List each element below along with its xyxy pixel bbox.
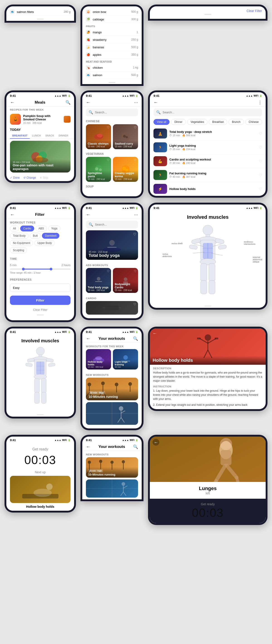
back-button[interactable]: ← <box>10 212 14 217</box>
card-name: Classic shrimps <box>88 142 109 145</box>
workout-list-item[interactable]: 🏃 Light yoga training ⏱ 25 min 🔥 234 kca… <box>150 140 266 154</box>
filter-button[interactable]: Filter <box>10 296 70 305</box>
back-button[interactable]: ← <box>86 212 90 217</box>
hollow-body-week-card[interactable]: Hollow body holds 15 min · 995 kcal <box>86 349 111 370</box>
favorite-button[interactable]: ♡ <box>107 269 110 273</box>
chip-dinner[interactable]: Dinner <box>171 119 186 125</box>
back-button[interactable]: ← <box>86 100 90 105</box>
slider-thumb-left[interactable] <box>22 268 25 270</box>
tennis-card[interactable] <box>86 402 138 425</box>
search-icon[interactable]: 🔍 <box>133 336 138 341</box>
favorite-button[interactable]: ♡ <box>259 132 262 136</box>
tag-no-equipment[interactable]: No Equipment <box>10 240 33 246</box>
card-overlay: Creamy veggie korma 15 min · 238 kcal <box>113 170 138 182</box>
cardio-fav-button[interactable]: ♡ <box>133 302 136 306</box>
favorite-button[interactable]: ♡ <box>107 126 110 129</box>
ingredient-name: strawberry <box>93 38 129 42</box>
more-button[interactable]: ⋯ <box>134 212 138 217</box>
tag-total-body[interactable]: Total Body <box>10 233 28 239</box>
recipe-card[interactable]: 🎃 Pumpkin Soup with Smoked Cheese 15 min… <box>6 112 74 126</box>
workout-list-item[interactable]: 🧘 Total body yoga - deep stretch ⏱ 15 mi… <box>150 127 266 140</box>
classic-shrimps-card[interactable]: ♡ Classic shrimps 30 min · 240 kcal <box>86 124 111 149</box>
back-button[interactable]: ← <box>152 331 157 336</box>
light-yoga-week-card[interactable]: Light yoga training 30 min <box>113 349 138 370</box>
bodyweight-cardio-card[interactable]: ♡ Bodyweight Cardio 25 min · 238 kcal <box>113 268 138 293</box>
creamy-veggie-card[interactable]: ♡ Creamy veggie korma 15 min · 238 kcal <box>113 157 138 182</box>
tag-abs[interactable]: ABS <box>36 226 47 232</box>
favorite-button[interactable]: ♡ <box>259 145 262 150</box>
new-workout-running[interactable]: 10 min · high 10-Minutes running <box>86 457 138 478</box>
chip-breakfast[interactable]: Breakfast <box>209 119 227 125</box>
status-time: 9:41 <box>86 206 92 210</box>
favorite-button[interactable]: ♡ <box>259 173 262 177</box>
favorite-button[interactable]: ♡ <box>134 269 137 273</box>
search-icon[interactable]: 🔍 <box>133 444 138 449</box>
skip-action[interactable]: ✕ Skip <box>40 176 48 179</box>
banana-icon: 🍌 <box>86 45 90 50</box>
tag-all[interactable]: All <box>10 226 19 232</box>
muscles-small-screen: 9:41 ▲▲▲WiFi🔋 Involved muscles <box>4 327 76 430</box>
change-action[interactable]: ↺ Change <box>23 176 36 179</box>
clear-filter-link[interactable]: Clear Filter <box>154 9 262 13</box>
chip-vegetables[interactable]: Vegetables <box>187 119 208 125</box>
favorite-button[interactable]: ♡ <box>259 159 262 164</box>
tag-butt[interactable]: Butt <box>30 233 40 239</box>
favorite-button[interactable]: ♡ <box>259 187 262 191</box>
abs-workouts-label: ABS WORKOUTS <box>82 262 142 268</box>
favorite-button[interactable]: ♡ <box>107 158 110 162</box>
search-input[interactable] <box>95 110 135 114</box>
status-time: 9:41 <box>86 330 92 334</box>
workout-list-item[interactable]: 💪 Cardio and sculpting workout ⏱ 30 min … <box>150 154 266 168</box>
status-bar: 9:41 ▲▲▲WiFi🔋 <box>6 204 74 210</box>
hero-fav-button[interactable]: ♡ <box>133 232 136 236</box>
ingredient-name: salmon fillets <box>17 10 62 14</box>
total-body-yoga-card[interactable]: ♡ Total body yoga 30 min · 240 kcal <box>86 268 111 293</box>
tag-cardio[interactable]: Cardio <box>20 226 34 232</box>
search-input[interactable] <box>95 223 135 226</box>
slider-thumb-right[interactable] <box>50 268 52 270</box>
done-action[interactable]: ✓ Done <box>10 176 20 179</box>
search-icon: 🔍 <box>89 222 93 227</box>
lunges-back-button[interactable]: ← <box>152 439 159 446</box>
back-button[interactable]: ← <box>86 444 90 449</box>
tab-breakfast[interactable]: BREAKFAST <box>10 133 30 139</box>
meat-section: MEAT AND SEAFOOD <box>82 58 142 64</box>
springtime-pasta-card[interactable]: ♡ Springtime pasta 30 min · 240 kcal <box>86 157 111 182</box>
more-button[interactable]: ⋮ <box>258 100 262 105</box>
workout-info: Total body yoga - deep stretch ⏱ 15 min … <box>169 130 256 137</box>
workout-list-item[interactable]: ⚡ Hollow body holds ♡ <box>150 182 266 196</box>
back-button[interactable]: ← <box>154 100 158 105</box>
tag-dambbell[interactable]: Dambbell <box>42 233 60 239</box>
tab-snack[interactable]: SNACK <box>43 133 56 139</box>
filter-screen: 9:41 ▲▲▲WiFi🔋 ← Filter WORKOUT TYPES All… <box>4 203 76 322</box>
tab-dinner[interactable]: DINNER <box>56 133 70 139</box>
cardio-card[interactable]: ♡ <box>86 301 138 315</box>
hero-workout-card[interactable]: 45 min · 215 kcal Total body yoga ♡ <box>86 230 138 260</box>
tab-lunch[interactable]: LUNCH <box>30 133 43 139</box>
ingredient-name: mango <box>93 30 134 34</box>
new-workout-tennis[interactable] <box>86 480 138 498</box>
back-button[interactable]: ← <box>10 100 14 105</box>
favorite-button[interactable]: ♡ <box>134 158 137 162</box>
preference-select[interactable]: Easy Medium Hard <box>10 284 70 292</box>
cardio-section-label: CARDIO <box>82 295 142 301</box>
clear-filter-button[interactable]: Clear Filter <box>10 306 70 313</box>
svg-point-77 <box>128 382 132 386</box>
more-button[interactable]: ⋯ <box>134 100 138 105</box>
favorite-button[interactable]: ♡ <box>134 126 137 129</box>
chip-brunch[interactable]: Brunch <box>228 119 244 125</box>
seafood-curry-card[interactable]: ♡ Seafood curry 15 min · 238 kcal <box>113 124 138 149</box>
search-icon[interactable]: 🔍 <box>66 100 70 105</box>
search-input[interactable] <box>162 110 259 114</box>
back-button[interactable]: ← <box>86 336 90 341</box>
running-card[interactable]: 10 min · high 10-Minutes running <box>86 378 138 400</box>
tag-upper-body[interactable]: Upper Body <box>34 240 55 246</box>
running-badge: 10 min · high <box>88 469 103 472</box>
chip-chinese[interactable]: Chinese <box>245 119 262 125</box>
tag-yoga[interactable]: Yoga <box>48 226 60 232</box>
workout-list-item[interactable]: 🏃 Fat burning running traing ⏱ 40 min 🔥 … <box>150 168 266 182</box>
time-slider[interactable] <box>10 268 70 270</box>
chip-view-all[interactable]: View all <box>154 119 170 125</box>
tag-sculpting[interactable]: Sculpting <box>10 247 27 253</box>
muscles-content: Involved muscles <box>150 210 266 304</box>
